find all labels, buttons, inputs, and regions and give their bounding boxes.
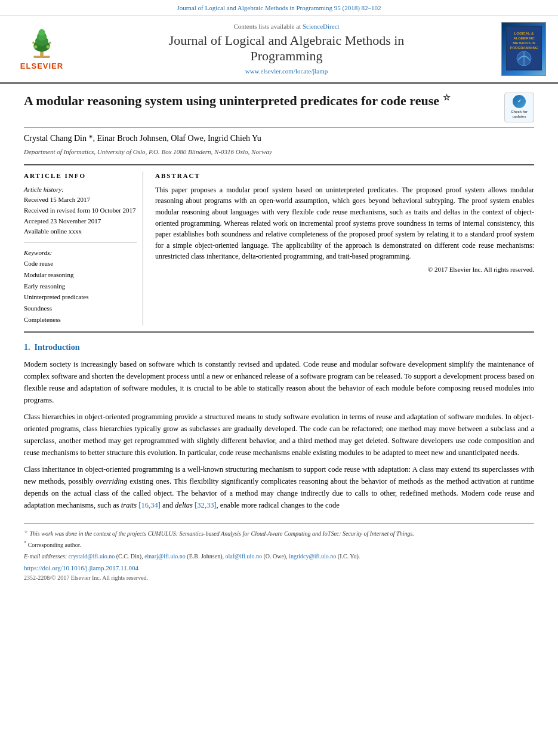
accepted-date: Accepted 23 November 2017 bbox=[24, 216, 137, 227]
traits-italic: traits bbox=[121, 501, 137, 509]
main-content: A modular reasoning system using uninter… bbox=[0, 84, 558, 595]
journal-url-link[interactable]: www.elsevier.com/locate/jlamp bbox=[245, 67, 328, 75]
abstract-column: ABSTRACT This paper proposes a modular p… bbox=[155, 171, 534, 325]
article-info-heading: ARTICLE INFO bbox=[24, 171, 137, 181]
keyword-1: Code reuse bbox=[24, 258, 137, 269]
abstract-heading: ABSTRACT bbox=[155, 171, 534, 181]
doi-anchor[interactable]: https://doi.org/10.1016/j.jlamp.2017.11.… bbox=[24, 564, 138, 571]
journal-url: www.elsevier.com/locate/jlamp bbox=[72, 67, 501, 76]
top-reference-bar: Journal of Logical and Algebraic Methods… bbox=[0, 0, 558, 16]
project-cumulus: CUMULUS: Semantics-based Analysis for Cl… bbox=[147, 530, 310, 537]
doi-link[interactable]: https://doi.org/10.1016/j.jlamp.2017.11.… bbox=[24, 564, 534, 573]
info-keywords-divider bbox=[24, 242, 137, 242]
email-ingrid[interactable]: ingridcy@ifi.uio.no bbox=[289, 553, 336, 560]
svg-text:ALGEBRAIC: ALGEBRAIC bbox=[513, 36, 535, 40]
article-info-abstract-section: ARTICLE INFO Article history: Received 1… bbox=[24, 171, 534, 325]
check-for-updates-badge: ✓ Check forupdates bbox=[504, 93, 534, 122]
footnotes-section: ☆ This work was done in the context of t… bbox=[24, 523, 534, 583]
footnote-corresponding: * Corresponding author. bbox=[24, 540, 534, 549]
svg-text:PROGRAMMING: PROGRAMMING bbox=[510, 46, 538, 50]
footnote-star: ☆ This work was done in the context of t… bbox=[24, 528, 534, 538]
received-date: Received 15 March 2017 bbox=[24, 195, 137, 205]
svg-text:LOGICAL &: LOGICAL & bbox=[514, 32, 534, 35]
title-divider bbox=[24, 127, 534, 128]
cover-image-text: LOGICAL & ALGEBRAIC METHODS IN PROGRAMMI… bbox=[506, 26, 542, 72]
keyword-3: Early reasoning bbox=[24, 281, 137, 292]
traits-ref-link[interactable]: [16,34] bbox=[138, 501, 160, 509]
deltas-italic: deltas bbox=[175, 501, 193, 509]
journal-cover-image: LOGICAL & ALGEBRAIC METHODS IN PROGRAMMI… bbox=[501, 22, 546, 76]
email-einar[interactable]: einarj@ifi.uio.no bbox=[144, 553, 186, 560]
check-updates-label: Check forupdates bbox=[511, 110, 528, 119]
keyword-5: Soundness bbox=[24, 303, 137, 314]
history-label: Article history: bbox=[24, 186, 64, 193]
email-olaf[interactable]: olaf@ifi.uio.no bbox=[225, 553, 261, 560]
overriding-italic: overriding bbox=[95, 477, 127, 485]
keyword-6: Completeness bbox=[24, 314, 137, 325]
received-revised-date: Received in revised form 10 October 2017 bbox=[24, 205, 137, 216]
elsevier-wordmark: ELSEVIER bbox=[20, 61, 63, 72]
authors-line: Crystal Chang Din *, Einar Broch Johnsen… bbox=[24, 133, 534, 145]
elsevier-logo: ELSEVIER bbox=[12, 26, 72, 72]
email-label: E-mail addresses: bbox=[24, 553, 67, 560]
keywords-label: Keywords: bbox=[24, 249, 52, 256]
keyword-4: Uninterpreted predicates bbox=[24, 291, 137, 303]
project-iotsec: IoTSec: Security of Internet of Things bbox=[323, 530, 413, 537]
article-info-column: ARTICLE INFO Article history: Received 1… bbox=[24, 171, 143, 325]
header-divider bbox=[24, 164, 534, 165]
affiliation-line: Department of Informatics, University of… bbox=[24, 147, 534, 157]
abstract-body: This paper proposes a modular proof syst… bbox=[155, 185, 534, 275]
journal-title-block: Contents lists available at ScienceDirec… bbox=[72, 22, 501, 76]
available-online: Available online xxxx bbox=[24, 226, 137, 237]
issn-copyright: 2352-2208/© 2017 Elsevier Inc. All right… bbox=[24, 574, 534, 583]
article-title-block: A modular reasoning system using uninter… bbox=[24, 93, 534, 122]
journal-header: ELSEVIER Contents lists available at Sci… bbox=[0, 16, 558, 84]
section-divider bbox=[24, 331, 534, 333]
keywords-section: Keywords: Code reuse Modular reasoning E… bbox=[24, 247, 137, 325]
contents-available-line: Contents lists available at ScienceDirec… bbox=[72, 22, 501, 32]
article-title-text: A modular reasoning system using uninter… bbox=[24, 93, 495, 110]
check-updates-icon: ✓ bbox=[513, 95, 526, 108]
journal-name: Journal of Logical and Algebraic Methods… bbox=[72, 33, 501, 64]
svg-text:METHODS IN: METHODS IN bbox=[513, 41, 535, 45]
email-crystal[interactable]: crystald@ifi.uio.no bbox=[69, 553, 115, 560]
svg-rect-1 bbox=[33, 56, 50, 57]
keyword-2: Modular reasoning bbox=[24, 269, 137, 281]
svg-point-9 bbox=[49, 41, 51, 44]
svg-point-5 bbox=[39, 29, 45, 36]
sciencedirect-link[interactable]: ScienceDirect bbox=[303, 23, 340, 30]
svg-point-8 bbox=[32, 41, 35, 44]
svg-point-7 bbox=[47, 45, 50, 48]
intro-paragraph-2: Class hierarchies in object-oriented pro… bbox=[24, 411, 534, 459]
footnote-emails: E-mail addresses: crystald@ifi.uio.no (C… bbox=[24, 552, 534, 561]
deltas-ref-link[interactable]: [32,33] bbox=[195, 501, 216, 509]
journal-reference: Journal of Logical and Algebraic Methods… bbox=[177, 4, 381, 11]
introduction-heading: 1. Introduction bbox=[24, 342, 534, 354]
svg-point-6 bbox=[34, 45, 38, 48]
article-history: Article history: Received 15 March 2017 … bbox=[24, 185, 137, 237]
intro-paragraph-3: Class inheritance in object-oriented pro… bbox=[24, 463, 534, 511]
intro-paragraph-1: Modern society is increasingly based on … bbox=[24, 358, 534, 406]
title-star-footnote: ☆ bbox=[443, 93, 451, 102]
copyright-notice: © 2017 Elsevier Inc. All rights reserved… bbox=[155, 265, 534, 275]
elsevier-tree-icon bbox=[21, 26, 63, 59]
